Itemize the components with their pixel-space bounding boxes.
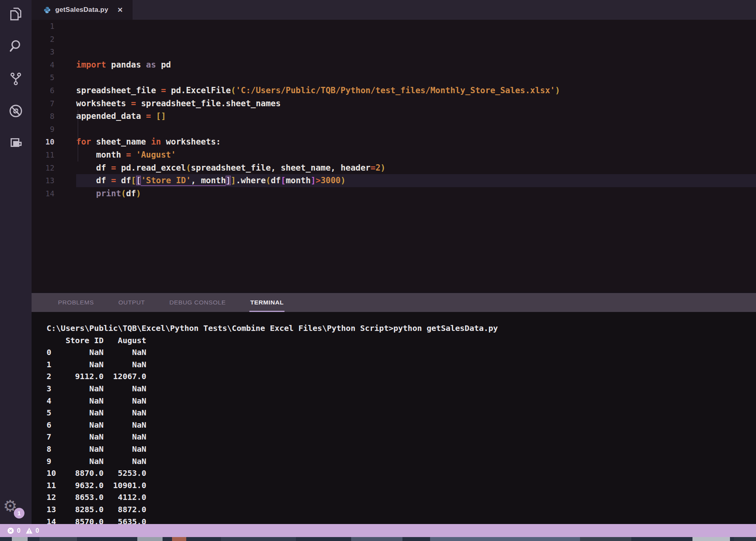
manage-badge: 1 [14,508,24,518]
warning-count: 0 [36,527,39,534]
terminal-line: Store ID August [47,334,756,347]
panel-tab-problems[interactable]: PROBLEMS [57,293,95,312]
terminal-line: 4 NaN NaN [47,395,756,407]
code-line-4[interactable]: worksheets = spreadsheet_file.sheet_name… [76,97,756,110]
panel-tab-terminal[interactable]: TERMINAL [249,293,284,312]
editor-gutter: 1234567891011121314 [32,20,75,292]
panel-tab-output[interactable]: OUTPUT [118,293,146,312]
line-number: 9 [32,123,54,136]
line-number: 7 [32,97,54,110]
line-number: 6 [32,84,54,97]
line-number: 5 [32,71,54,84]
code-line-9[interactable]: df = pd.read_excel(spreadsheet_file, she… [76,162,756,175]
debug-icon[interactable] [7,102,25,120]
code-line-10[interactable]: df = df[['Store ID', month]].where(df[mo… [76,174,756,187]
terminal-line: 12 8653.0 4112.0 [47,491,756,503]
close-icon[interactable]: ✕ [117,6,123,14]
line-number: 13 [32,174,54,187]
editor-tab-bar: getSalesData.py ✕ [32,0,756,20]
terminal-line: 1 NaN NaN [47,359,756,371]
vscode-window: ⚙ 1 getSalesData.py ✕ [0,0,756,541]
python-icon [43,6,51,14]
terminal-line: 13 8285.0 8872.0 [47,503,756,516]
terminal-line: C:\Users\Public\TQB\Excel\Python Tests\C… [47,322,756,334]
tab-title: getSalesData.py [55,6,108,14]
line-number: 2 [32,33,54,46]
line-number: 12 [32,162,54,175]
activity-bar: ⚙ 1 [0,0,32,524]
line-number: 14 [32,187,54,200]
extensions-icon[interactable] [7,134,25,152]
editor-code[interactable]: import pandas as pdspreadsheet_file = pd… [75,20,756,292]
problems-indicator[interactable]: 0 0 [7,527,39,534]
tab-getsalesdata[interactable]: getSalesData.py ✕ [32,0,133,20]
terminal-output[interactable]: C:\Users\Public\TQB\Excel\Python Tests\C… [32,312,756,524]
search-icon[interactable] [7,37,25,55]
terminal-line: 11 9632.0 10901.0 [47,479,756,492]
source-control-icon[interactable] [7,70,25,88]
code-line-14[interactable] [76,226,756,239]
error-icon [7,527,14,534]
terminal-line: 2 9112.0 12067.0 [47,370,756,383]
desktop-sliver [0,537,756,541]
code-line-2[interactable] [76,71,756,84]
indent-guide [78,110,78,161]
code-line-11[interactable]: print(df) [76,187,756,200]
code-line-1[interactable]: import pandas as pd [76,58,756,71]
editor-column: getSalesData.py ✕ 1234567891011121314 im… [32,0,756,524]
code-line-8[interactable]: month = 'August' [76,148,756,162]
code-line-7[interactable]: for sheet_name in worksheets: [76,135,756,148]
code-line-3[interactable]: spreadsheet_file = pd.ExcelFile('C:/User… [76,84,756,97]
panel-tab-debug-console[interactable]: DEBUG CONSOLE [168,293,226,312]
code-editor[interactable]: 1234567891011121314 import pandas as pds… [32,20,756,292]
panel-tabs: PROBLEMSOUTPUTDEBUG CONSOLETERMINAL [32,292,756,312]
main-area: ⚙ 1 getSalesData.py ✕ [0,0,756,524]
line-number: 11 [32,148,54,162]
terminal-line: 10 8870.0 5253.0 [47,467,756,479]
terminal-line: 0 NaN NaN [47,346,756,359]
line-number: 8 [32,110,54,123]
code-line-5[interactable]: appended_data = [] [76,110,756,123]
terminal-line: 7 NaN NaN [47,431,756,443]
line-number: 3 [32,45,54,58]
files-icon[interactable] [7,5,25,23]
line-number: 4 [32,58,54,71]
status-bar: 0 0 [0,524,756,537]
manage-button[interactable]: ⚙ 1 [3,497,23,517]
code-line-6[interactable] [76,123,756,136]
warning-icon [26,527,33,534]
line-number: 10 [32,135,54,148]
terminal-line: 14 8570.0 5635.0 [47,516,756,524]
terminal-line: 9 NaN NaN [47,455,756,468]
terminal-line: 8 NaN NaN [47,443,756,455]
code-line-13[interactable] [76,213,756,226]
error-count: 0 [17,527,21,534]
line-number: 1 [32,20,54,33]
terminal-line: 3 NaN NaN [47,383,756,395]
terminal-line: 5 NaN NaN [47,407,756,419]
code-line-12[interactable] [76,200,756,213]
terminal-line: 6 NaN NaN [47,419,756,431]
